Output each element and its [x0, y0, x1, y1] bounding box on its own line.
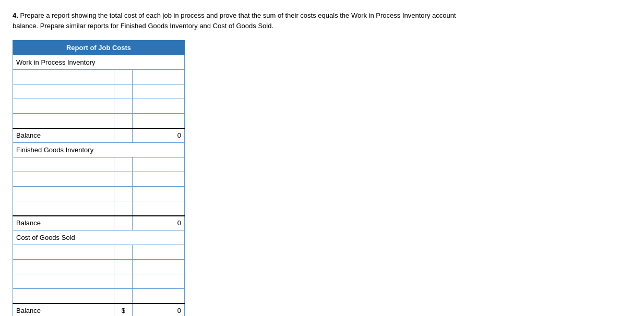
cogs-value-2	[136, 263, 181, 271]
wip-value-1	[136, 73, 181, 81]
cogs-row-2	[13, 260, 185, 274]
wip-input-4	[16, 117, 111, 125]
wip-input-1	[16, 73, 111, 81]
fgi-input-1	[16, 161, 111, 168]
cogs-value-4	[136, 292, 181, 300]
wip-value-3	[136, 102, 181, 110]
fgi-label: Finished Goods Inventory	[13, 143, 185, 157]
fgi-input-2	[16, 175, 111, 183]
wip-value-4	[136, 117, 181, 125]
wip-row-2	[13, 84, 185, 99]
fgi-balance-dollar	[114, 216, 133, 230]
wip-balance-value: 0	[133, 128, 185, 143]
cogs-value-3	[136, 277, 181, 285]
wip-input-2	[16, 88, 111, 95]
intro-paragraph: 4. Prepare a report showing the total co…	[13, 10, 482, 31]
section-wip-header: Work in Process Inventory	[13, 55, 185, 70]
fgi-balance-value: 0	[133, 216, 185, 230]
cogs-balance-dollar: $	[114, 303, 133, 317]
cogs-input-2	[16, 263, 111, 271]
wip-input-label-3[interactable]	[13, 99, 114, 114]
cogs-input-label-1[interactable]	[13, 245, 114, 260]
table-title: Report of Job Costs	[13, 41, 185, 55]
cogs-input-label-3[interactable]	[13, 274, 114, 289]
wip-input-label-1[interactable]	[13, 70, 114, 84]
fgi-input-label-1[interactable]	[13, 157, 114, 172]
cogs-input-4	[16, 292, 111, 300]
report-table: Report of Job Costs Work in Process Inve…	[13, 40, 185, 316]
fgi-balance-label: Balance	[13, 216, 114, 230]
cogs-row-1	[13, 245, 185, 260]
cogs-value-1	[136, 248, 181, 256]
table-header-row: Report of Job Costs	[13, 41, 185, 55]
fgi-row-3	[13, 187, 185, 201]
wip-balance-dollar	[114, 128, 133, 143]
wip-input-label-2[interactable]	[13, 84, 114, 99]
fgi-input-label-4[interactable]	[13, 201, 114, 216]
fgi-row-1	[13, 157, 185, 172]
wip-row-4	[13, 114, 185, 128]
cogs-row-3	[13, 274, 185, 289]
fgi-row-2	[13, 172, 185, 187]
wip-label: Work in Process Inventory	[13, 55, 185, 70]
cogs-label: Cost of Goods Sold	[13, 230, 185, 245]
cogs-row-4	[13, 289, 185, 303]
wip-row-3	[13, 99, 185, 114]
fgi-value-2	[136, 175, 181, 183]
cogs-input-3	[16, 277, 111, 285]
section-cogs-header: Cost of Goods Sold	[13, 230, 185, 245]
wip-value-2	[136, 88, 181, 95]
fgi-value-3	[136, 190, 181, 198]
cogs-balance-row: Balance $ 0	[13, 303, 185, 317]
wip-balance-label: Balance	[13, 128, 114, 143]
wip-balance-row: Balance 0	[13, 128, 185, 143]
cogs-input-label-2[interactable]	[13, 260, 114, 274]
section-fgi-header: Finished Goods Inventory	[13, 143, 185, 157]
cogs-balance-label: Balance	[13, 303, 114, 317]
wip-input-label-4[interactable]	[13, 114, 114, 128]
fgi-row-4	[13, 201, 185, 216]
fgi-value-1	[136, 161, 181, 168]
wip-input-3	[16, 102, 111, 110]
fgi-input-label-3[interactable]	[13, 187, 114, 201]
question-number: 4.	[13, 11, 18, 19]
fgi-input-4	[16, 204, 111, 212]
fgi-input-3	[16, 190, 111, 198]
fgi-input-label-2[interactable]	[13, 172, 114, 187]
cogs-input-1	[16, 248, 111, 256]
wip-row-1	[13, 70, 185, 84]
fgi-value-4	[136, 204, 181, 212]
cogs-input-label-4[interactable]	[13, 289, 114, 303]
cogs-balance-value: 0	[133, 303, 185, 317]
fgi-balance-row: Balance 0	[13, 216, 185, 230]
